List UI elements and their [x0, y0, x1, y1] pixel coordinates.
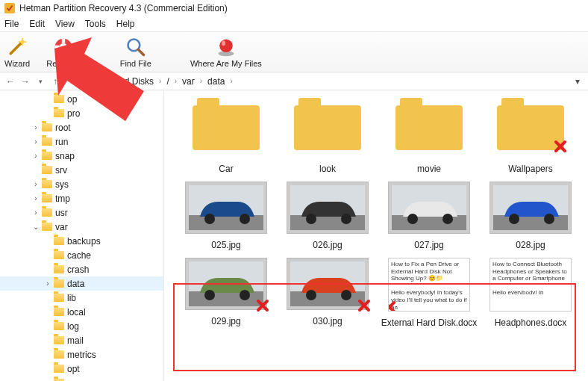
file-grid: CarlookmovieWallpapers025.jpg026.jpg027.… — [164, 90, 588, 381]
tree-row-lib[interactable]: lib — [0, 291, 163, 305]
address-bar: ← → ▾ ↑ nted Disks › / › var › data › ▾ — [0, 72, 588, 90]
folder-icon — [54, 237, 64, 245]
twisty-closed-icon[interactable]: › — [31, 123, 40, 131]
tree-label: root — [55, 123, 71, 133]
tree-label: snap — [67, 378, 87, 382]
menu-edit[interactable]: Edit — [29, 19, 45, 29]
twisty-closed-icon[interactable]: › — [43, 279, 52, 288]
image-item[interactable]: 029.jpg — [178, 258, 275, 328]
folder-item[interactable]: movie — [381, 105, 478, 174]
tree-row-log[interactable]: log — [0, 319, 163, 333]
folder-item[interactable]: look — [279, 105, 376, 174]
document-item[interactable]: How to Connect Bluetooth Headphones or S… — [482, 258, 579, 328]
breadcrumb-seg[interactable]: var — [182, 76, 195, 87]
tree-row-var[interactable]: ⌄var — [0, 220, 163, 234]
folder-icon — [42, 166, 52, 174]
tree-row-usr[interactable]: ›usr — [0, 205, 163, 220]
twisty-open-icon[interactable]: ⌄ — [31, 223, 40, 231]
menu-tools[interactable]: Tools — [85, 19, 106, 29]
tree-row-local[interactable]: local — [0, 305, 163, 319]
find-file-label: Find File — [120, 59, 151, 68]
svg-rect-9 — [189, 215, 263, 230]
folder-tree[interactable]: oppro›root›run›snapsrv›sys›tmp›usr⌄varba… — [0, 90, 164, 381]
deleted-x-icon — [388, 300, 396, 312]
folder-icon — [42, 180, 52, 188]
twisty-closed-icon[interactable]: › — [31, 208, 40, 217]
item-caption: Wallpapers — [508, 164, 553, 174]
tree-row-sys[interactable]: ›sys — [0, 177, 163, 191]
menu-view[interactable]: View — [55, 19, 75, 29]
tree-label: op — [67, 94, 77, 105]
image-thumbnail — [287, 258, 369, 310]
folder-icon — [54, 109, 64, 117]
twisty-closed-icon[interactable]: › — [31, 180, 40, 188]
chevron-right-icon: › — [200, 77, 202, 85]
svg-point-10 — [204, 214, 215, 224]
menu-help[interactable]: Help — [116, 19, 135, 29]
image-item[interactable]: 030.jpg — [279, 258, 376, 328]
document-item[interactable]: How to Fix a Pen Drive or External Hard … — [381, 258, 478, 328]
tree-row-pro[interactable]: pro — [0, 106, 163, 120]
image-item[interactable]: 028.jpg — [482, 182, 579, 250]
tree-row-mail[interactable]: mail — [0, 333, 163, 347]
tree-row-snap[interactable]: ›snap — [0, 149, 163, 163]
tree-row-opt[interactable]: opt — [0, 362, 163, 376]
image-item[interactable]: 026.jpg — [279, 182, 376, 250]
tree-row-crash[interactable]: crash — [0, 262, 163, 276]
svg-rect-25 — [189, 291, 263, 306]
folder-item[interactable]: Car — [178, 105, 275, 174]
wizard-button[interactable]: Wizard — [4, 37, 30, 68]
folder-icon — [42, 123, 52, 131]
tree-row-run[interactable]: ›run — [0, 134, 163, 149]
tree-label: tmp — [55, 193, 70, 204]
tree-label: cache — [67, 250, 91, 261]
breadcrumb-seg[interactable]: nted Disks — [112, 76, 154, 87]
where-files-button[interactable]: Where Are My Files — [190, 37, 262, 68]
breadcrumb-seg[interactable]: / — [166, 76, 169, 87]
breadcrumb-seg[interactable]: data — [207, 76, 225, 87]
document-thumbnail: How to Connect Bluetooth Headphones or S… — [490, 258, 572, 312]
svg-rect-21 — [493, 215, 568, 230]
title-bar: Hetman Partition Recovery 4.3 (Commercia… — [0, 0, 588, 16]
tree-row-op[interactable]: op — [0, 92, 163, 106]
tree-label: crash — [67, 264, 89, 275]
tree-label: pro — [67, 108, 80, 119]
menu-file[interactable]: File — [4, 19, 19, 29]
nav-up-icon[interactable]: ↑ — [49, 75, 61, 87]
tree-label: lib — [67, 293, 76, 303]
tree-row-tmp[interactable]: ›tmp — [0, 191, 163, 205]
tree-row-backups[interactable]: backups — [0, 234, 163, 248]
svg-point-30 — [306, 290, 316, 300]
tree-label: local — [67, 307, 86, 318]
wizard-label: Wizard — [4, 59, 30, 68]
folder-item[interactable]: Wallpapers — [482, 105, 579, 174]
twisty-closed-icon[interactable]: › — [31, 137, 40, 146]
item-caption: movie — [417, 164, 441, 174]
image-item[interactable]: 025.jpg — [178, 182, 275, 250]
tree-row-cache[interactable]: cache — [0, 248, 163, 262]
twisty-closed-icon[interactable]: › — [31, 152, 40, 160]
recovery-button[interactable]: Recovery — [46, 37, 81, 68]
tree-label: data — [67, 279, 84, 289]
nav-back-icon[interactable]: ← — [4, 75, 16, 87]
svg-point-19 — [442, 214, 453, 224]
item-caption: 027.jpg — [414, 240, 443, 250]
svg-point-26 — [204, 290, 215, 300]
image-item[interactable]: 027.jpg — [381, 182, 478, 250]
toolbar: Wizard Recovery Find File Where Are My F… — [0, 31, 588, 72]
folder-icon — [193, 105, 260, 150]
tree-row-snap[interactable]: ›snap — [0, 376, 163, 381]
folder-icon — [42, 152, 52, 160]
deleted-x-icon — [357, 299, 371, 312]
nav-forward-icon[interactable]: → — [19, 75, 31, 87]
folder-icon — [54, 95, 64, 103]
address-dropdown-icon[interactable]: ▾ — [572, 76, 584, 87]
tree-row-root[interactable]: ›root — [0, 120, 163, 134]
folder-icon — [395, 105, 463, 150]
twisty-closed-icon[interactable]: › — [31, 194, 40, 202]
tree-row-srv[interactable]: srv — [0, 163, 163, 177]
nav-history-icon[interactable]: ▾ — [34, 75, 46, 87]
find-file-button[interactable]: Find File — [120, 37, 151, 68]
tree-row-data[interactable]: ›data — [0, 276, 163, 291]
tree-row-metrics[interactable]: metrics — [0, 347, 163, 362]
